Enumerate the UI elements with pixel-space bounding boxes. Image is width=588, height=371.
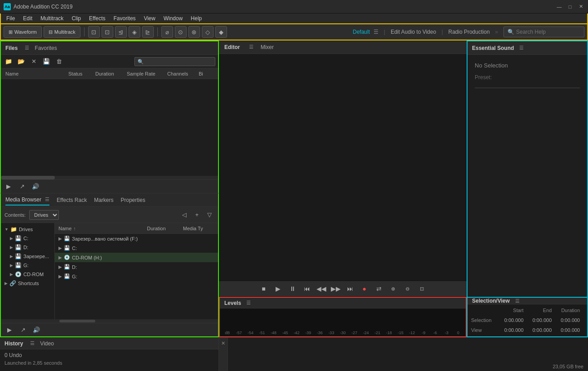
next-button[interactable]: ⏭ (345, 283, 356, 294)
tab-effects-rack[interactable]: Effects Rack (57, 195, 87, 205)
search-help-box[interactable]: 🔍 (503, 27, 584, 37)
save-file-btn[interactable]: 💾 (41, 57, 51, 67)
col-duration[interactable]: Duration (95, 71, 127, 76)
media-file-g[interactable]: ▶ 💾 G: (55, 272, 218, 281)
toolbar-btn-2[interactable]: ⊡ (102, 26, 113, 38)
files-toolbar: 📁 📂 ✕ 💾 🗑 (1, 55, 218, 68)
menu-file[interactable]: File (3, 14, 18, 22)
media-bottom-toolbar: ▶ ↗ 🔊 (1, 323, 218, 336)
toolbar-btn-3[interactable]: ⊴ (115, 26, 127, 38)
waveform-button[interactable]: ⊞ Waveform (4, 26, 42, 38)
loop-button[interactable]: ⇄ (374, 283, 384, 294)
favorites-tab[interactable]: Favorites (35, 45, 57, 51)
media-filter-btn[interactable]: ▽ (205, 210, 214, 220)
col-name[interactable]: Name (5, 71, 68, 76)
menu-multitrack[interactable]: Multitrack (37, 14, 67, 22)
mixer-tab[interactable]: Mixer (261, 44, 274, 50)
media-file-d[interactable]: ▶ 💾 D: (55, 262, 218, 272)
media-back-btn[interactable]: ◁ (179, 210, 189, 220)
zoom-reset-button[interactable]: ⊡ (417, 283, 428, 294)
workspace-label[interactable]: Default (353, 29, 370, 35)
menu-view[interactable]: View (140, 14, 159, 22)
toolbar-btn-8[interactable]: ⊛ (188, 26, 200, 38)
edit-audio-to-video-btn[interactable]: Edit Audio to Video (391, 29, 436, 35)
media-file-cdrom[interactable]: ▶ 💿 CD-ROM (H:) (55, 253, 218, 262)
prev-button[interactable]: ⏮ (302, 283, 312, 294)
media-speaker-btn[interactable]: 🔊 (31, 325, 41, 335)
media-scrollbar-h[interactable] (1, 319, 218, 323)
col-status[interactable]: Status (68, 71, 95, 76)
media-drives-select[interactable]: Drives (29, 210, 59, 220)
editor-menu-icon[interactable]: ☰ (249, 44, 254, 50)
workspace-menu-icon[interactable]: ☰ (374, 29, 379, 35)
zoom-out-button[interactable]: ⊖ (402, 283, 413, 294)
multitrack-button[interactable]: ⊟ Multitrack (44, 26, 80, 38)
tree-drives[interactable]: ▼ 📁 Drives (1, 225, 54, 234)
menu-favorites[interactable]: Favorites (110, 14, 139, 22)
toolbar-btn-10[interactable]: ◆ (215, 26, 227, 38)
col-channels[interactable]: Channels (167, 71, 199, 76)
toolbar-btn-1[interactable]: ⊡ (88, 26, 100, 38)
close-file-btn[interactable]: ✕ (29, 57, 39, 67)
speaker-btn[interactable]: 🔊 (31, 182, 40, 192)
record-button[interactable]: ● (359, 283, 370, 294)
stop-button[interactable]: ■ (258, 283, 269, 294)
media-col-type[interactable]: Media Ty (183, 226, 214, 231)
open-file-btn[interactable]: 📂 (16, 57, 26, 67)
toolbar-btn-6[interactable]: ⌀ (161, 26, 173, 38)
tree-g[interactable]: ▶ 💾 G: (1, 261, 54, 270)
search-help-input[interactable] (516, 29, 579, 35)
new-file-btn[interactable]: 📁 (4, 57, 13, 67)
files-menu-icon[interactable]: ☰ (25, 45, 29, 51)
toolbar-btn-7[interactable]: ⊙ (175, 26, 187, 38)
levels-menu-icon[interactable]: ☰ (246, 300, 251, 306)
col-bitdepth[interactable]: Bi (199, 71, 203, 76)
media-browser-menu-icon[interactable]: ☰ (45, 197, 49, 202)
rew-button[interactable]: ◀◀ (316, 283, 327, 294)
files-header: Files ☰ Favorites (1, 41, 218, 55)
tree-d[interactable]: ▶ 💾 D: (1, 243, 54, 252)
files-scrollbar-h[interactable] (1, 176, 218, 179)
toolbar-btn-4[interactable]: ◈ (129, 26, 140, 38)
tree-reserved[interactable]: ▶ 💾 Зарезере... (1, 252, 54, 261)
close-button[interactable]: ✕ (577, 3, 584, 10)
selection-menu-icon[interactable]: ☰ (515, 298, 520, 304)
media-col-duration[interactable]: Duration (147, 226, 183, 231)
play-button[interactable]: ▶ (273, 283, 284, 294)
tree-cdrom[interactable]: ▶ 💿 CD-ROM (1, 270, 54, 279)
tab-media-browser[interactable]: Media Browser ☰ (5, 195, 49, 206)
media-col-name[interactable]: Name ↑ (58, 226, 147, 231)
media-export-btn[interactable]: ↗ (18, 325, 28, 335)
menu-window[interactable]: Window (160, 14, 187, 22)
toolbar-btn-5[interactable]: ⊵ (142, 26, 154, 38)
zoom-in-button[interactable]: ⊕ (388, 283, 399, 294)
tab-markers[interactable]: Markers (94, 195, 113, 205)
delete-file-btn[interactable]: 🗑 (54, 57, 64, 67)
menu-help[interactable]: Help (187, 14, 205, 22)
media-play-btn[interactable]: ▶ (4, 325, 14, 335)
maximize-button[interactable]: □ (566, 3, 574, 10)
pause-button[interactable]: ⏸ (287, 283, 298, 294)
menu-edit[interactable]: Edit (19, 14, 36, 22)
history-menu-icon[interactable]: ☰ (30, 340, 35, 346)
video-tab[interactable]: Video (40, 340, 53, 347)
undo-label: 0 Undo (4, 352, 214, 358)
media-add-btn[interactable]: + (192, 210, 202, 220)
play-btn[interactable]: ▶ (4, 182, 13, 192)
menu-clip[interactable]: Clip (68, 14, 85, 22)
history-clear-btn[interactable]: ✕ (219, 338, 228, 371)
tab-properties[interactable]: Properties (121, 195, 146, 205)
col-samplerate[interactable]: Sample Rate (127, 71, 167, 76)
files-search-input[interactable] (134, 57, 215, 66)
media-file-c[interactable]: ▶ 💾 C: (55, 243, 218, 253)
toolbar-btn-9[interactable]: ◇ (202, 26, 214, 38)
radio-production-btn[interactable]: Radio Production (448, 29, 490, 35)
tree-shortcuts[interactable]: ▶ 🔗 Shortcuts (1, 279, 54, 288)
essential-menu-icon[interactable]: ☰ (519, 45, 524, 51)
menu-effects[interactable]: Effects (85, 14, 109, 22)
export-btn[interactable]: ↗ (17, 182, 27, 192)
fwd-button[interactable]: ▶▶ (330, 283, 341, 294)
media-file-reserved[interactable]: ▶ 💾 Зарезер...вано системой (F:) (55, 234, 218, 243)
minimize-button[interactable]: — (556, 3, 563, 10)
tree-c[interactable]: ▶ 💾 C: (1, 234, 54, 243)
